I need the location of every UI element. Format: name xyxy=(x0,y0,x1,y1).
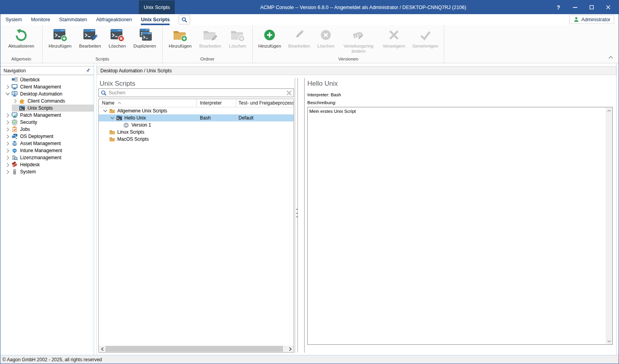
sidebar-item-label: Patch Management xyxy=(20,112,61,118)
column-header-interpreter[interactable]: Interpreter xyxy=(197,99,236,107)
scroll-down-icon[interactable] xyxy=(606,338,612,344)
sidebar-item-berblick[interactable]: Überblick xyxy=(0,76,94,83)
ribbon-button-versionen-verweigern: Verweigern xyxy=(381,26,407,56)
script-row-allgemeine-unix-scripts[interactable]: Allgemeine Unix Scripts xyxy=(99,107,294,114)
sidebar-item-helpdesk[interactable]: Helpdesk xyxy=(0,161,94,168)
menu-item-monitore[interactable]: Monitore xyxy=(31,14,50,25)
column-header-process[interactable]: Test- und Freigabeprozess xyxy=(236,99,294,107)
ribbon-button-versionen-bearbeiten: Bearbeiten xyxy=(287,26,312,56)
asset-management-icon xyxy=(11,140,18,147)
menu-item-unix-scripts[interactable]: Unix Scripts xyxy=(141,14,170,25)
sidebar-item-system[interactable]: System xyxy=(0,168,94,175)
expander-collapsed-icon[interactable] xyxy=(12,99,18,103)
scroll-right-icon[interactable] xyxy=(287,346,294,352)
sidebar-item-lizenzmanagement[interactable]: Lizenzmanagement xyxy=(0,154,94,161)
overview-icon xyxy=(11,77,18,83)
expander-collapsed-icon[interactable] xyxy=(4,120,11,125)
distribution-ring-icon: 1 2 3 xyxy=(351,27,366,44)
expander-collapsed-icon[interactable] xyxy=(4,127,11,132)
menu-search-button[interactable] xyxy=(179,15,190,24)
help-button[interactable]: ? xyxy=(550,0,567,14)
description-textarea[interactable]: Mein erstes Unix Script xyxy=(307,107,613,345)
sidebar-item-label: Überblick xyxy=(20,77,40,83)
ribbon-group-label-scripts: Scripts xyxy=(42,56,162,63)
sidebar-item-client-commands[interactable]: Client Commands xyxy=(0,97,94,105)
sidebar-item-label: Helpdesk xyxy=(20,162,40,167)
title-bar: Unix Scripts ACMP Console -- Version 6.8… xyxy=(0,0,619,14)
ribbon-button-ordner-l-schen: Löschen xyxy=(227,26,248,56)
sidebar-item-desktop-automation[interactable]: Desktop Automation xyxy=(0,90,94,97)
administrator-label: Administrator xyxy=(581,17,610,22)
row-interpreter xyxy=(197,121,236,129)
sort-ascending-icon xyxy=(118,102,121,104)
pin-icon[interactable] xyxy=(85,68,91,74)
sidebar-item-os-deployment[interactable]: OS Deployment xyxy=(0,133,94,140)
os-deployment-icon xyxy=(11,133,18,140)
expander-collapsed-icon[interactable] xyxy=(4,134,11,139)
administrator-button[interactable]: Administrator xyxy=(569,15,614,24)
ribbon-button-scripts-hinzuf-gen[interactable]: Hinzufügen xyxy=(47,26,73,56)
splitter-line-right xyxy=(297,78,298,353)
row-process xyxy=(236,121,294,129)
ribbon-collapse-button[interactable] xyxy=(608,53,613,61)
expander-collapsed-icon[interactable] xyxy=(4,156,11,160)
vertical-scrollbar[interactable] xyxy=(606,107,612,344)
search-input[interactable]: Suchen xyxy=(98,88,294,97)
folder-icon xyxy=(109,129,115,135)
menu-item-stammdaten[interactable]: Stammdaten xyxy=(59,14,87,25)
script-row-linux-scripts[interactable]: Linux Scripts xyxy=(99,129,294,136)
sidebar-item-label: System xyxy=(20,169,36,175)
expander-collapsed-icon[interactable] xyxy=(4,149,11,153)
expander-collapsed-icon[interactable] xyxy=(4,85,11,89)
close-button[interactable] xyxy=(600,0,616,14)
refresh-icon xyxy=(14,27,29,44)
scrollbar-thumb[interactable] xyxy=(105,346,283,352)
sidebar-item-unix-scripts[interactable]: Unix Scripts xyxy=(0,105,94,112)
maximize-button[interactable] xyxy=(583,0,600,14)
ribbon-button-scripts-l-schen[interactable]: Löschen xyxy=(107,26,127,56)
sidebar-item-intune-management[interactable]: Intune Management xyxy=(0,147,94,154)
expander-collapsed-icon[interactable] xyxy=(4,170,11,174)
menu-item-system[interactable]: System xyxy=(6,14,22,25)
expander-expanded-icon[interactable] xyxy=(102,109,109,112)
script-row-hello-unix[interactable]: Hello UnixBashDefault xyxy=(99,114,294,121)
scroll-left-icon[interactable] xyxy=(99,346,105,352)
expander-collapsed-icon[interactable] xyxy=(4,163,11,167)
clear-search-icon[interactable] xyxy=(286,90,292,96)
expander-expanded-icon[interactable] xyxy=(109,116,116,119)
expander-collapsed-icon[interactable] xyxy=(4,142,11,146)
menu-item-abfrageaktionen[interactable]: Abfrageaktionen xyxy=(96,14,132,25)
splitter-handle[interactable] xyxy=(296,208,297,218)
sidebar-item-patch-management[interactable]: Patch Management xyxy=(0,112,94,119)
sidebar-item-security[interactable]: Security xyxy=(0,119,94,126)
ribbon-button-allgemein-aktualisieren[interactable]: Aktualisieren xyxy=(7,26,36,56)
client-management-icon xyxy=(11,84,18,90)
ribbon-button-scripts-bearbeiten[interactable]: Bearbeiten xyxy=(78,26,103,56)
jobs-icon xyxy=(11,126,18,132)
description-text: Mein erstes Unix Script xyxy=(309,109,356,114)
script-row-macos-scripts[interactable]: MacOS Scripts xyxy=(99,136,294,143)
minimize-button[interactable] xyxy=(567,0,583,14)
folder-add-icon xyxy=(173,27,188,44)
sidebar-item-label: Client Commands xyxy=(28,98,65,104)
nav-panel-divider xyxy=(94,63,94,355)
expander-collapsed-icon[interactable] xyxy=(4,113,11,118)
row-name: Linux Scripts xyxy=(117,129,144,135)
sidebar-item-asset-management[interactable]: Asset Management xyxy=(0,140,94,147)
sidebar-item-jobs[interactable]: Jobs xyxy=(0,126,94,133)
expander-expanded-icon[interactable] xyxy=(4,92,11,96)
row-process xyxy=(236,107,294,114)
titlebar-tab-unix-scripts[interactable]: Unix Scripts xyxy=(139,0,175,14)
ribbon-button-versionen-hinzuf-gen[interactable]: Hinzufügen xyxy=(257,26,283,56)
detail-panel-border xyxy=(304,78,305,353)
window-title: ACMP Console -- Version 6.8.0 -- Angemel… xyxy=(175,0,552,14)
ribbon-group-ordner: HinzufügenBearbeitenLöschenOrdner xyxy=(163,25,253,63)
scroll-up-icon[interactable] xyxy=(606,107,612,114)
script-row-version-1[interactable]: Version 1 xyxy=(99,121,294,129)
column-header-name[interactable]: Name xyxy=(99,99,197,107)
sidebar-item-client-management[interactable]: Client Management xyxy=(0,83,94,90)
horizontal-scrollbar[interactable] xyxy=(99,346,294,352)
ribbon-button-ordner-hinzuf-gen[interactable]: Hinzufügen xyxy=(167,26,193,56)
sidebar-item-label: Lizenzmanagement xyxy=(20,155,61,160)
ribbon-button-scripts-duplizieren[interactable]: Duplizieren xyxy=(132,26,158,56)
